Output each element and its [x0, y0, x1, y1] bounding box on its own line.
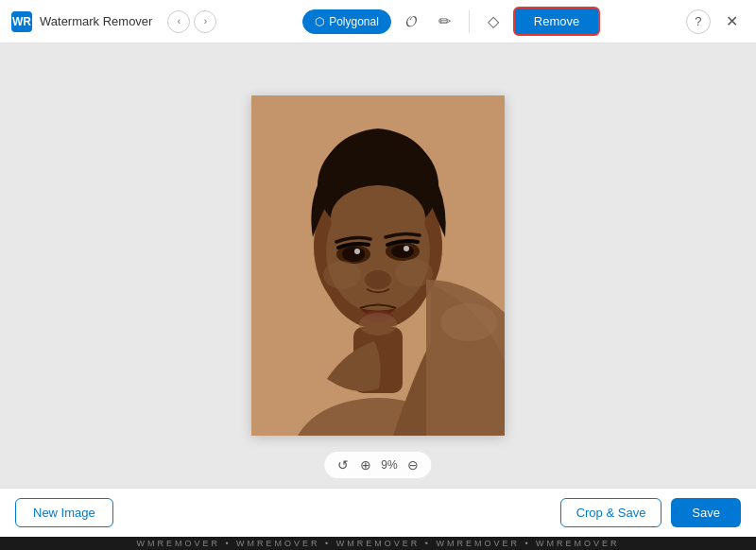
- polygonal-tool-button[interactable]: ⬡ Polygonal: [302, 9, 391, 34]
- zoom-percent: 9%: [381, 458, 397, 472]
- app-title: Watermark Remover: [40, 14, 152, 28]
- forward-button[interactable]: ›: [194, 10, 216, 33]
- title-left: WR Watermark Remover ‹ ›: [11, 10, 216, 33]
- toolbar-separator: [469, 10, 470, 33]
- new-image-button[interactable]: New Image: [15, 498, 113, 527]
- canvas-area: ↺ ⊕ 9% ⊖: [0, 43, 756, 488]
- watermark-strip: WMREMOVER • WMREMOVER • WMREMOVER • WMRE…: [0, 537, 756, 550]
- nav-buttons: ‹ ›: [167, 10, 216, 33]
- portrait-svg: [251, 95, 505, 436]
- lasso-icon: 𝓞: [405, 13, 416, 30]
- svg-point-9: [342, 247, 365, 262]
- svg-point-19: [440, 303, 497, 341]
- toolbar-center: ⬡ Polygonal 𝓞 ✏ ◇ Remove: [302, 7, 600, 36]
- polygonal-icon: ⬡: [315, 15, 324, 28]
- polygonal-label: Polygonal: [329, 15, 379, 28]
- crop-save-button[interactable]: Crop & Save: [560, 498, 662, 527]
- zoom-in-button[interactable]: ⊕: [358, 455, 373, 474]
- bottom-right-buttons: Crop & Save Save: [560, 498, 741, 527]
- eraser-icon: ◇: [488, 12, 499, 30]
- title-bar: WR Watermark Remover ‹ › ⬡ Polygonal 𝓞 ✏…: [0, 0, 756, 43]
- help-button[interactable]: ?: [686, 9, 711, 34]
- eraser-tool-button[interactable]: ◇: [479, 8, 507, 36]
- svg-point-13: [365, 270, 391, 289]
- svg-point-18: [359, 313, 397, 335]
- rotate-button[interactable]: ↺: [335, 455, 351, 474]
- svg-point-15: [323, 261, 361, 289]
- title-right: ? ✕: [686, 9, 745, 34]
- zoom-out-button[interactable]: ⊖: [405, 455, 421, 474]
- image-container: [251, 95, 505, 436]
- zoom-controls: ↺ ⊕ 9% ⊖: [324, 452, 431, 478]
- svg-point-12: [404, 246, 409, 251]
- svg-point-11: [354, 249, 360, 254]
- lasso-tool-button[interactable]: 𝓞: [397, 8, 425, 36]
- remove-button[interactable]: Remove: [513, 7, 600, 36]
- brush-tool-button[interactable]: ✏: [431, 8, 459, 36]
- close-button[interactable]: ✕: [720, 9, 745, 34]
- save-button[interactable]: Save: [671, 498, 741, 527]
- brush-icon: ✏: [438, 12, 451, 30]
- main-image: [251, 95, 505, 436]
- app-icon: WR: [11, 11, 32, 32]
- svg-point-10: [391, 245, 414, 258]
- bottom-bar: New Image Crop & Save Save: [0, 488, 756, 537]
- back-button[interactable]: ‹: [167, 10, 190, 33]
